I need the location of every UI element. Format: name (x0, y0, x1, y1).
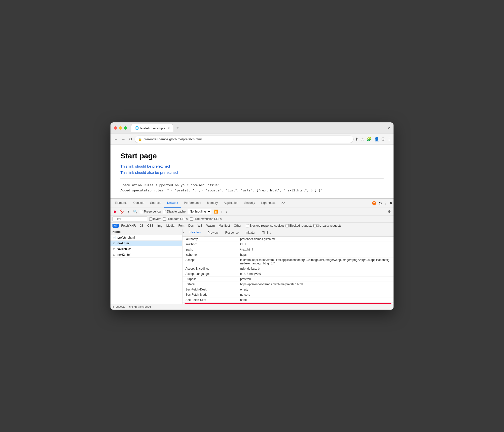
blocked-cookies-label[interactable]: Blocked response cookies (246, 224, 284, 227)
search-button[interactable]: 🔍 (133, 209, 138, 214)
type-wasm[interactable]: Wasm (205, 224, 216, 228)
page-file-icon: □ (112, 242, 116, 245)
tab-close-button[interactable]: × (168, 126, 170, 130)
tab-expand-icon[interactable]: ∨ (388, 126, 390, 130)
headers-tab-headers[interactable]: Headers (186, 229, 204, 237)
invert-checkbox[interactable] (149, 217, 152, 221)
network-item-next[interactable]: □ next.html (110, 241, 182, 246)
blocked-cookies-text: Blocked response cookies (250, 224, 284, 227)
tab-application[interactable]: Application (221, 199, 241, 208)
tab-lighthouse[interactable]: Lighthouse (258, 199, 279, 208)
third-party-checkbox[interactable] (313, 224, 317, 227)
prefetch-link-1[interactable]: This link should be prefetched (120, 164, 384, 168)
headers-tab-initiator[interactable]: Initiator (242, 229, 259, 237)
bookmark-icon[interactable]: ☆ (361, 137, 364, 142)
throttle-select[interactable]: No throttling (188, 209, 211, 214)
header-name-authority: :authority: (185, 237, 240, 241)
tab-memory[interactable]: Memory (204, 199, 221, 208)
header-name-method: :method: (185, 243, 240, 246)
type-doc[interactable]: Doc (187, 224, 195, 228)
blocked-requests-label[interactable]: Blocked requests (286, 224, 312, 227)
tab-network[interactable]: Network (164, 199, 181, 208)
tab-console[interactable]: Console (130, 199, 147, 208)
google-icon[interactable]: G (382, 137, 385, 142)
hide-data-urls-checkbox[interactable] (163, 217, 166, 221)
record-button[interactable]: ⏺ (112, 209, 117, 214)
headers-tab-response[interactable]: Response (222, 229, 242, 237)
disable-cache-label[interactable]: Disable cache (163, 210, 185, 213)
prefetch-link-2[interactable]: This link should also be prefetched (120, 170, 384, 175)
hide-data-urls-text: Hide data URLs (167, 217, 188, 221)
tab-elements[interactable]: Elements (112, 199, 130, 208)
close-traffic-light[interactable] (114, 126, 117, 130)
type-fetch-xhr[interactable]: Fetch/XHR (120, 224, 137, 228)
devtools-more-icon[interactable]: ⋮ (384, 201, 388, 206)
disable-cache-checkbox[interactable] (163, 210, 166, 213)
share-icon[interactable]: ⬆ (355, 137, 358, 142)
headers-tabs: × Headers Preview Response Initiator Tim… (182, 229, 394, 237)
headers-close-button[interactable]: × (182, 231, 184, 235)
import-har-button[interactable]: ↑ (220, 209, 223, 214)
hide-ext-urls-checkbox[interactable] (190, 217, 193, 221)
new-tab-button[interactable]: + (176, 125, 179, 131)
export-har-button[interactable]: ↓ (225, 209, 228, 214)
type-css[interactable]: CSS (146, 224, 155, 228)
online-icon[interactable]: 📶 (213, 209, 218, 214)
preserve-log-label[interactable]: Preserve log (140, 210, 161, 213)
tab-performance[interactable]: Performance (181, 199, 204, 208)
preserve-log-text: Preserve log (144, 210, 161, 213)
url-bar[interactable]: 🔒 prerender-demos.glitch.me/prefetch.htm… (135, 136, 354, 143)
header-name-accept: Accept: (185, 258, 240, 265)
devtools-settings-icon[interactable]: ⚙ (378, 201, 382, 206)
devtools-close-icon[interactable]: × (390, 201, 392, 205)
network-item-prefetch[interactable]: 📄 prefetch.html (110, 235, 182, 241)
preserve-log-checkbox[interactable] (140, 210, 143, 213)
type-manifest[interactable]: Manifest (217, 224, 231, 228)
type-other[interactable]: Other (232, 224, 243, 228)
network-list: Name 📄 prefetch.html □ next.html □ favic… (110, 229, 182, 304)
forward-button[interactable]: → (120, 136, 126, 143)
minimize-traffic-light[interactable] (119, 126, 122, 130)
invert-label[interactable]: Invert (149, 217, 161, 221)
filter-bar: Invert Hide data URLs Hide extension URL… (110, 216, 394, 223)
tab-sources[interactable]: Sources (147, 199, 164, 208)
type-ws[interactable]: WS (196, 224, 204, 228)
type-all[interactable]: All (112, 224, 119, 228)
back-button[interactable]: ← (113, 136, 119, 143)
refresh-button[interactable]: ↻ (128, 136, 133, 143)
devtools-panel: Elements Console Sources Network Perform… (110, 198, 394, 310)
extensions-icon[interactable]: 🧩 (367, 137, 372, 142)
headers-tab-preview[interactable]: Preview (204, 229, 222, 237)
tab-security[interactable]: Security (241, 199, 258, 208)
tab-favicon: 🌐 (135, 126, 139, 130)
blocked-requests-checkbox[interactable] (286, 224, 289, 227)
headers-tab-timing[interactable]: Timing (259, 229, 275, 237)
type-media[interactable]: Media (165, 224, 176, 228)
filter-toggle-button[interactable]: ▼ (126, 209, 131, 214)
url-text: prerender-demos.glitch.me/prefetch.html (144, 137, 202, 141)
header-path: :path: /next.html (182, 247, 394, 252)
browser-tab[interactable]: 🌐 Prefetch example × (131, 124, 173, 132)
maximize-traffic-light[interactable] (124, 126, 127, 130)
filter-input[interactable] (112, 216, 147, 221)
header-name-sec-fetch-mode: Sec-Fetch-Mode: (185, 293, 240, 296)
header-name-scheme: :scheme: (185, 253, 240, 256)
network-item-favicon[interactable]: □ favicon.ico (110, 246, 182, 252)
menu-icon[interactable]: ⋮ (387, 137, 391, 142)
network-item-next2[interactable]: □ next2.html (110, 252, 182, 258)
tab-more[interactable]: >> (279, 199, 288, 208)
header-value-accept: text/html,application/xhtml+xml,applicat… (240, 258, 391, 265)
third-party-label[interactable]: 3rd-party requests (313, 224, 341, 227)
clear-button[interactable]: 🚫 (119, 209, 124, 214)
blocked-cookies-checkbox[interactable] (246, 224, 249, 227)
hide-ext-urls-label[interactable]: Hide extension URLs (190, 217, 222, 221)
devtools-right-controls: 2 ⚙ ⋮ × (372, 201, 392, 206)
type-img[interactable]: Img (156, 224, 164, 228)
network-settings-icon[interactable]: ⚙ (387, 209, 392, 214)
hide-data-urls-label[interactable]: Hide data URLs (163, 217, 188, 221)
header-name-purpose: Purpose: (185, 277, 240, 281)
profile-icon[interactable]: 👤 (374, 137, 379, 142)
network-list-header: Name (110, 229, 182, 235)
type-js[interactable]: JS (138, 224, 145, 228)
type-font[interactable]: Font (177, 224, 186, 228)
